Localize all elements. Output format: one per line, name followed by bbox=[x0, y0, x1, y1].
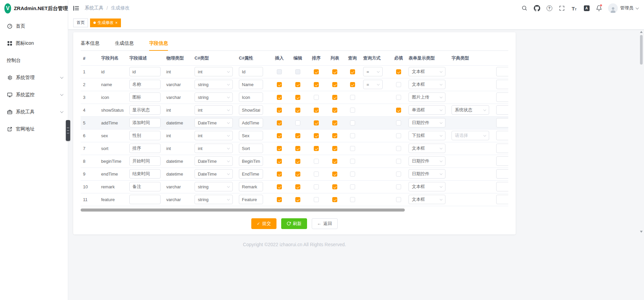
csharp-property-input[interactable] bbox=[239, 144, 263, 153]
csharp-type-select[interactable]: int bbox=[195, 131, 233, 140]
checkbox[interactable] bbox=[350, 95, 355, 100]
checkbox[interactable] bbox=[350, 172, 355, 177]
extra-input[interactable] bbox=[496, 195, 508, 204]
checkbox[interactable] bbox=[314, 197, 319, 202]
checkbox[interactable] bbox=[332, 95, 337, 100]
tag-home[interactable]: 首页 bbox=[73, 18, 88, 27]
display-type-select[interactable]: 日期控件 bbox=[409, 169, 445, 179]
checkbox[interactable] bbox=[332, 82, 337, 87]
checkbox[interactable] bbox=[396, 95, 401, 100]
github-icon[interactable] bbox=[533, 5, 540, 11]
query-mode-select[interactable]: = bbox=[363, 67, 383, 76]
sidebar-item-home[interactable]: 首页 bbox=[0, 17, 68, 35]
sidebar-item-icons[interactable]: 图标icon bbox=[0, 35, 68, 52]
sidebar-item-console[interactable]: 控制台 bbox=[0, 52, 68, 69]
column-description-input[interactable] bbox=[129, 182, 161, 191]
checkbox[interactable] bbox=[350, 184, 355, 189]
checkbox[interactable] bbox=[295, 120, 300, 125]
checkbox[interactable] bbox=[314, 146, 319, 151]
sidebar-item-system-admin[interactable]: 系统管理 bbox=[0, 69, 68, 86]
checkbox[interactable] bbox=[295, 133, 300, 138]
extra-input[interactable] bbox=[496, 131, 508, 140]
display-type-select[interactable]: 文本框 bbox=[409, 195, 445, 204]
checkbox[interactable] bbox=[277, 120, 282, 125]
extra-input[interactable] bbox=[496, 156, 508, 166]
extra-input[interactable] bbox=[496, 105, 508, 115]
checkbox[interactable] bbox=[396, 184, 401, 189]
csharp-type-select[interactable]: int bbox=[195, 105, 233, 115]
checkbox[interactable] bbox=[350, 82, 355, 87]
csharp-type-select[interactable]: string bbox=[195, 182, 233, 191]
checkbox[interactable] bbox=[396, 159, 401, 164]
column-description-input[interactable] bbox=[129, 144, 161, 153]
display-type-select[interactable]: 文本框 bbox=[409, 182, 445, 191]
checkbox[interactable] bbox=[314, 120, 319, 125]
extra-input[interactable] bbox=[496, 144, 508, 153]
csharp-type-select[interactable]: int bbox=[195, 144, 233, 153]
search-icon[interactable] bbox=[521, 5, 528, 11]
checkbox[interactable] bbox=[277, 82, 282, 87]
checkbox[interactable] bbox=[277, 197, 282, 202]
display-type-select[interactable]: 图片上传 bbox=[409, 92, 445, 102]
checkbox[interactable] bbox=[314, 95, 319, 100]
checkbox[interactable] bbox=[350, 133, 355, 138]
checkbox[interactable] bbox=[295, 95, 300, 100]
sidebar-item-website[interactable]: 官网地址 bbox=[0, 120, 68, 138]
checkbox[interactable] bbox=[396, 108, 401, 113]
csharp-property-input[interactable] bbox=[239, 182, 263, 191]
checkbox[interactable] bbox=[332, 172, 337, 177]
checkbox[interactable] bbox=[396, 133, 401, 138]
checkbox[interactable] bbox=[332, 159, 337, 164]
tab-generate-info[interactable]: 生成信息 bbox=[115, 38, 134, 50]
checkbox[interactable] bbox=[295, 82, 300, 87]
csharp-property-input[interactable] bbox=[239, 67, 263, 76]
column-description-input[interactable] bbox=[129, 169, 161, 179]
display-type-select[interactable]: 日期控件 bbox=[409, 156, 445, 166]
checkbox[interactable] bbox=[396, 146, 401, 151]
checkbox[interactable] bbox=[295, 159, 300, 164]
checkbox[interactable] bbox=[295, 197, 300, 202]
csharp-type-select[interactable]: string bbox=[195, 195, 233, 204]
tag-generate-edit[interactable]: 生成修改 bbox=[90, 18, 121, 27]
extra-input[interactable] bbox=[496, 169, 508, 179]
column-description-input[interactable] bbox=[129, 105, 161, 115]
dict-type-select[interactable]: 请选择 bbox=[452, 131, 489, 140]
checkbox[interactable] bbox=[277, 184, 282, 189]
query-mode-select[interactable]: = bbox=[363, 80, 383, 89]
checkbox[interactable] bbox=[332, 146, 337, 151]
checkbox[interactable] bbox=[332, 184, 337, 189]
checkbox[interactable] bbox=[350, 159, 355, 164]
checkbox[interactable] bbox=[295, 172, 300, 177]
fullscreen-icon[interactable] bbox=[558, 5, 565, 11]
horizontal-scrollbar[interactable] bbox=[81, 209, 508, 212]
column-description-input[interactable] bbox=[129, 118, 161, 127]
checkbox[interactable] bbox=[332, 108, 337, 113]
csharp-property-input[interactable] bbox=[239, 92, 263, 102]
checkbox[interactable] bbox=[314, 133, 319, 138]
checkbox[interactable] bbox=[314, 159, 319, 164]
checkbox[interactable] bbox=[314, 69, 319, 74]
extra-input[interactable] bbox=[496, 67, 508, 76]
csharp-property-input[interactable] bbox=[239, 105, 263, 115]
checkbox[interactable] bbox=[396, 69, 401, 74]
checkbox[interactable] bbox=[295, 108, 300, 113]
display-type-select[interactable]: 下拉框 bbox=[409, 131, 445, 140]
csharp-type-select[interactable]: DateTime bbox=[195, 118, 233, 127]
csharp-property-input[interactable] bbox=[239, 156, 263, 166]
column-description-input[interactable] bbox=[129, 195, 161, 204]
checkbox[interactable] bbox=[396, 172, 401, 177]
sidebar-collapse-icon[interactable] bbox=[73, 4, 80, 12]
checkbox[interactable] bbox=[350, 197, 355, 202]
column-description-input[interactable] bbox=[129, 67, 161, 76]
scroll-up-arrow-icon[interactable] bbox=[640, 31, 643, 33]
display-type-select[interactable]: 文本框 bbox=[409, 80, 445, 89]
csharp-property-input[interactable] bbox=[239, 169, 263, 179]
checkbox[interactable] bbox=[396, 120, 401, 125]
extra-input[interactable] bbox=[496, 92, 508, 102]
checkbox[interactable] bbox=[396, 197, 401, 202]
app-logo[interactable]: V ZRAdmin.NET后台管理 bbox=[0, 0, 68, 17]
checkbox[interactable] bbox=[277, 95, 282, 100]
horizontal-scrollbar-thumb[interactable] bbox=[81, 209, 405, 212]
notification-bell-icon[interactable] bbox=[596, 5, 602, 11]
sidebar-item-system-monitor[interactable]: 系统监控 bbox=[0, 86, 68, 103]
